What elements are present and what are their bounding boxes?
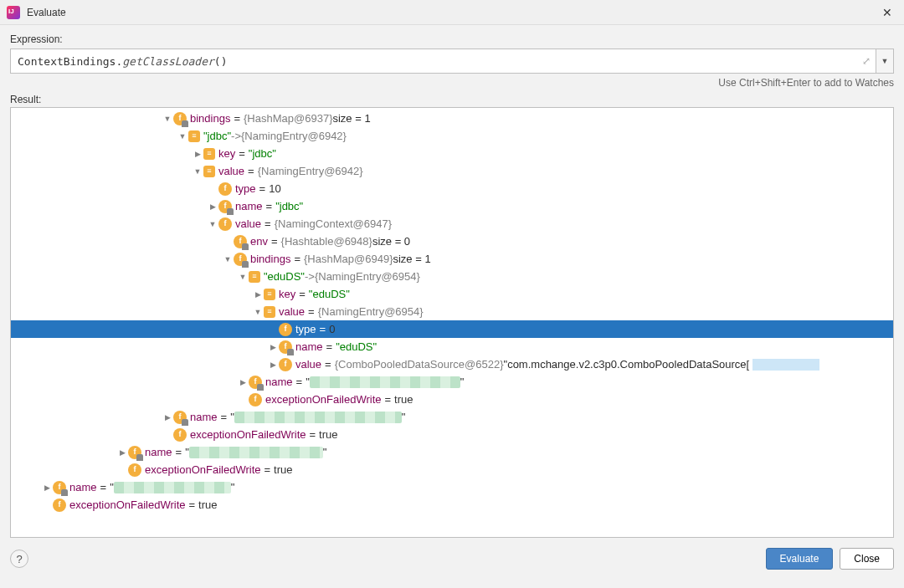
- size-info: size = 0: [372, 233, 410, 250]
- string-value: "eduDS": [309, 285, 350, 303]
- chevron-down-icon[interactable]: [237, 268, 249, 286]
- string-value: "jdbc": [275, 197, 303, 215]
- tree-row[interactable]: fexceptionOnFailedWrite = true: [11, 496, 893, 514]
- tree-row[interactable]: ≡value = {NamingEntry@6954}: [11, 303, 893, 320]
- tree-row[interactable]: fexceptionOnFailedWrite = true: [11, 391, 893, 408]
- tree-row[interactable]: ≡"jdbc" -> {NamingEntry@6942}: [11, 127, 893, 145]
- tree-row[interactable]: fbindings = {HashMap@6937} size = 1: [11, 110, 893, 127]
- equals-sign: =: [259, 180, 266, 197]
- tree-row[interactable]: fexceptionOnFailedWrite = true: [11, 426, 893, 443]
- tree-row[interactable]: ftype = 10: [11, 180, 893, 197]
- tree-row[interactable]: fname = "": [11, 373, 893, 391]
- expression-input[interactable]: ContextBindings.getClassLoader() ⤢: [10, 49, 876, 74]
- object-ref: {HashMap@6937}: [244, 110, 332, 127]
- quote: ": [402, 408, 406, 426]
- arrow-text: ->: [231, 127, 241, 145]
- equals-sign: =: [265, 215, 271, 233]
- primitive-value: 10: [269, 180, 280, 197]
- field-icon: f: [218, 182, 232, 196]
- field-name: value: [235, 215, 261, 233]
- equals-sign: =: [308, 303, 315, 320]
- chevron-right-icon[interactable]: [41, 478, 53, 497]
- equals-sign: =: [325, 355, 331, 373]
- tree-row[interactable]: fname = "eduDS": [11, 338, 893, 355]
- chevron-right-icon[interactable]: [207, 197, 218, 216]
- expression-row: ContextBindings.getClassLoader() ⤢ ▼: [10, 49, 894, 74]
- chevron-down-icon[interactable]: [192, 162, 203, 181]
- field-icon: f: [279, 323, 292, 336]
- field-name: name: [69, 478, 97, 496]
- tree-row[interactable]: fname = "": [11, 478, 893, 496]
- tree-row[interactable]: fvalue = {NamingContext@6947}: [11, 215, 893, 233]
- expr-dot: .: [116, 55, 122, 68]
- close-icon[interactable]: ✕: [877, 3, 897, 23]
- equals-sign: =: [294, 250, 300, 268]
- field-lock-icon: f: [218, 200, 232, 213]
- tree-row[interactable]: fname = "jdbc": [11, 197, 893, 215]
- tree-row[interactable]: fbindings = {HashMap@6949} size = 1: [11, 250, 893, 268]
- chevron-right-icon[interactable]: [116, 443, 128, 462]
- field-lock-icon: f: [249, 376, 262, 389]
- object-ref: {Hashtable@6948}: [281, 233, 372, 250]
- field-name: bindings: [250, 250, 290, 268]
- equals-sign: =: [310, 426, 316, 443]
- tree-row[interactable]: ≡key = "eduDS": [11, 285, 893, 303]
- field-name: value: [295, 355, 321, 373]
- map-entry-icon: ≡: [188, 130, 200, 142]
- chevron-right-icon[interactable]: [237, 373, 249, 391]
- map-key: "jdbc": [203, 127, 231, 145]
- equals-sign: =: [248, 162, 254, 180]
- tree-row[interactable]: ≡value = {NamingEntry@6942}: [11, 162, 893, 180]
- chevron-right-icon[interactable]: [252, 285, 264, 304]
- field-name: env: [250, 233, 268, 250]
- tostring-text: "com.mchange.v2.c3p0.ComboPooledDataSour…: [504, 355, 750, 373]
- field-name: name: [145, 443, 172, 461]
- chevron-down-icon[interactable]: [162, 110, 173, 128]
- chevron-right-icon[interactable]: [267, 338, 279, 356]
- tree-row[interactable]: fenv = {Hashtable@6948} size = 0: [11, 233, 893, 250]
- string-value: "eduDS": [336, 338, 377, 355]
- field-name: name: [295, 338, 323, 355]
- map-key: "eduDS": [264, 268, 305, 285]
- tree-row[interactable]: fvalue = {ComboPooledDataSource@6522} "c…: [11, 355, 893, 373]
- close-button[interactable]: Close: [840, 548, 894, 570]
- equals-sign: =: [100, 478, 107, 496]
- field-lock-icon: f: [234, 235, 247, 248]
- tree-row[interactable]: ≡key = "jdbc": [11, 145, 893, 162]
- chevron-right-icon[interactable]: [267, 355, 279, 374]
- chevron-down-icon[interactable]: [207, 215, 218, 233]
- chevron-down-icon[interactable]: [252, 303, 264, 321]
- expression-mode-toggle[interactable]: ▼: [876, 49, 894, 74]
- help-button[interactable]: ?: [10, 550, 28, 568]
- size-info: size = 1: [332, 110, 370, 127]
- expression-label: Expression:: [10, 33, 894, 45]
- tree-row[interactable]: ftype = 0: [11, 320, 893, 338]
- chevron-right-icon[interactable]: [162, 408, 173, 427]
- field-name: type: [295, 320, 316, 338]
- equals-sign: =: [176, 443, 182, 461]
- primitive-value: true: [198, 496, 217, 514]
- tree-row[interactable]: fexceptionOnFailedWrite = true: [11, 461, 893, 478]
- equals-sign: =: [296, 373, 303, 391]
- expr-suffix: (): [214, 55, 228, 68]
- redacted-value: [752, 359, 819, 371]
- field-icon: f: [249, 393, 262, 406]
- field-name: exceptionOnFailedWrite: [145, 461, 261, 478]
- shortcut-hint: Use Ctrl+Shift+Enter to add to Watches: [10, 77, 894, 89]
- field-name: key: [279, 285, 295, 303]
- object-ref: {NamingEntry@6954}: [318, 303, 424, 320]
- field-name: type: [235, 180, 256, 197]
- tree-row[interactable]: fname = "": [11, 408, 893, 426]
- expand-icon[interactable]: ⤢: [862, 55, 871, 67]
- field-icon: f: [128, 463, 141, 477]
- tree-row[interactable]: ≡"eduDS" -> {NamingEntry@6954}: [11, 268, 893, 285]
- string-value: "jdbc": [249, 145, 276, 162]
- chevron-down-icon[interactable]: [222, 250, 234, 268]
- evaluate-button[interactable]: Evaluate: [766, 548, 834, 570]
- result-label: Result:: [10, 94, 894, 105]
- chevron-right-icon[interactable]: [192, 145, 203, 163]
- chevron-down-icon[interactable]: [177, 127, 188, 146]
- tree-row[interactable]: fname = "": [11, 443, 893, 461]
- app-icon: [7, 6, 20, 19]
- result-panel[interactable]: fbindings = {HashMap@6937} size = 1≡"jdb…: [10, 107, 894, 538]
